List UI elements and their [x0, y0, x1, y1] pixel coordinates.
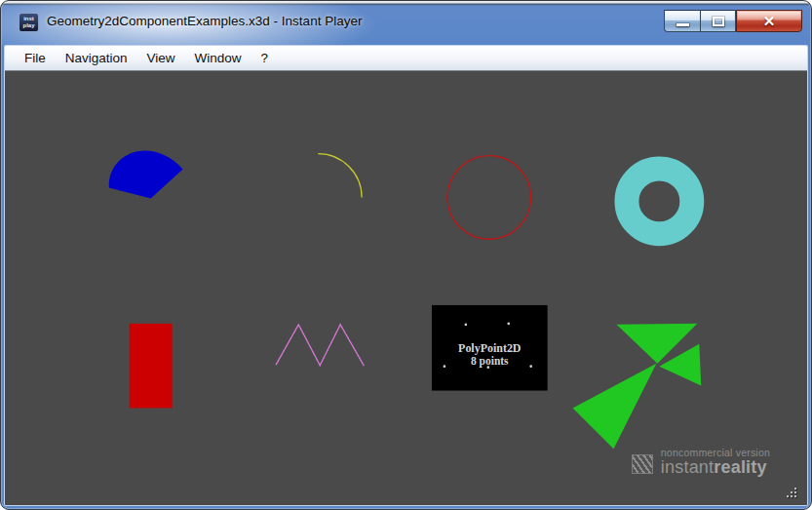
maximize-button[interactable] [700, 10, 736, 32]
brand-bold: reality [714, 457, 766, 477]
point [486, 366, 489, 369]
instantreality-logo-icon [632, 454, 653, 474]
client-area: FileNavigationViewWindow? PolyPoint2D8 p… [5, 46, 807, 505]
window-title: Geometry2dComponentExamples.x3d - Instan… [47, 14, 362, 28]
triangleset2d-bottom-triangle [573, 364, 657, 450]
polyline2d-magenta-zigzag [276, 325, 364, 366]
close-icon: ✕ [763, 14, 776, 28]
caption-button-group: ✕ [664, 10, 802, 32]
instant-player-window: inst play Geometry2dComponentExamples.x3… [0, 0, 812, 510]
point [465, 324, 468, 327]
app-logo-text-top: inst [19, 16, 38, 22]
watermark-version-text: noncommercial version [661, 448, 770, 458]
menu-item-file[interactable]: File [15, 48, 56, 68]
disk2d-teal-ring [627, 169, 692, 234]
point [444, 365, 446, 368]
maximize-icon [713, 17, 724, 26]
menu-item-[interactable]: ? [251, 48, 279, 68]
resize-grip[interactable] [787, 488, 789, 490]
watermark-brand-text: instantreality [661, 458, 770, 476]
point [529, 365, 532, 368]
arc2d-yellow-arc [318, 154, 362, 198]
rectangle2d-red-rect [130, 324, 173, 409]
close-button[interactable]: ✕ [736, 10, 802, 32]
arcclose2d-blue-pie [109, 151, 183, 199]
watermark: noncommercial version instantreality [632, 448, 770, 477]
app-logo-text-bottom: play [19, 22, 38, 29]
minimize-icon [677, 23, 689, 26]
menu-item-window[interactable]: Window [185, 48, 251, 68]
app-logo-icon: inst play [19, 13, 39, 32]
point [507, 323, 510, 326]
polypoint2d-title-label: PolyPoint2D [458, 341, 522, 355]
menu-bar: FileNavigationViewWindow? [5, 46, 807, 71]
menu-item-navigation[interactable]: Navigation [56, 48, 137, 68]
titlebar[interactable]: inst play Geometry2dComponentExamples.x3… [1, 1, 811, 46]
x3d-viewport[interactable]: PolyPoint2D8 points noncommercial versio… [5, 71, 807, 505]
scene-canvas: PolyPoint2D8 points [5, 71, 807, 505]
minimize-button[interactable] [664, 10, 700, 32]
menu-item-view[interactable]: View [137, 48, 185, 68]
brand-light: instant [661, 457, 714, 477]
circle2d-red-circle [447, 156, 531, 240]
polypoint2d-count-label: 8 points [471, 355, 509, 368]
